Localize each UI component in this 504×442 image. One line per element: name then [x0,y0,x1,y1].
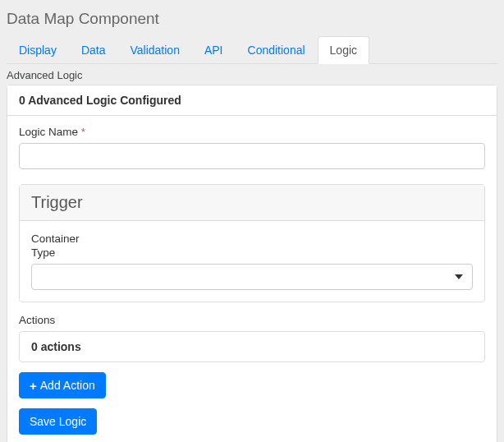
tab-conditional[interactable]: Conditional [236,36,318,64]
tab-logic[interactable]: Logic [318,36,369,64]
tab-api[interactable]: API [192,36,236,64]
save-logic-button[interactable]: Save Logic [19,408,97,435]
type-select-wrap [31,264,473,290]
logic-card-body: Logic Name * Trigger Container Type Acti… [7,116,497,442]
logic-name-label-text: Logic Name [19,126,78,138]
save-logic-label: Save Logic [30,415,86,428]
trigger-body: Container Type [20,221,484,302]
tab-validation[interactable]: Validation [117,36,191,64]
plus-icon: + [30,380,37,392]
logic-name-label: Logic Name * [19,126,485,138]
actions-summary: 0 actions [19,331,485,362]
advanced-logic-card: 0 Advanced Logic Configured Logic Name *… [7,85,497,442]
add-action-label: Add Action [40,379,95,392]
tab-data[interactable]: Data [69,36,118,64]
tab-bar: Display Data Validation API Conditional … [7,36,497,64]
add-action-button[interactable]: + Add Action [19,372,106,398]
page-title: Data Map Component [7,7,497,36]
container-label: Container [31,233,473,245]
actions-label: Actions [19,314,485,326]
trigger-header: Trigger [20,185,484,221]
section-label-advanced-logic: Advanced Logic [7,64,497,85]
type-label: Type [31,246,473,259]
required-asterisk: * [81,126,85,138]
trigger-card: Trigger Container Type [19,184,485,302]
tab-display[interactable]: Display [7,36,69,64]
configured-count-header: 0 Advanced Logic Configured [7,85,497,116]
logic-name-input[interactable] [19,143,485,169]
type-select[interactable] [31,264,473,290]
